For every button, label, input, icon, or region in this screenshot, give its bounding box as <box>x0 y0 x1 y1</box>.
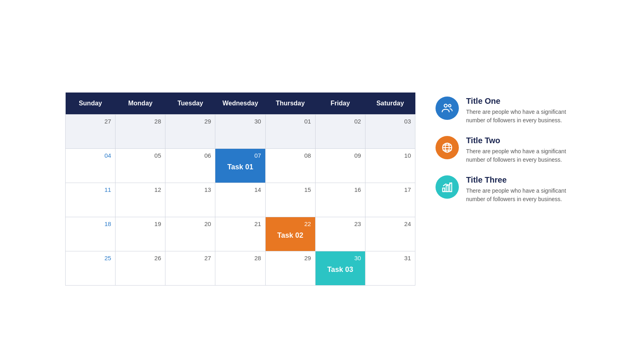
calendar-row-1: 04050607Task 01080910 <box>66 149 415 183</box>
calendar-cell: 20 <box>165 217 215 251</box>
chart-icon <box>436 175 459 199</box>
calendar-cell: 17 <box>365 183 415 217</box>
date-number: 15 <box>270 186 311 193</box>
calendar-header-friday: Friday <box>315 93 365 115</box>
task-label: Task 01 <box>219 163 261 171</box>
date-number: 24 <box>369 220 411 227</box>
calendar-header-wednesday: Wednesday <box>215 93 265 115</box>
date-number: 23 <box>320 220 361 227</box>
date-number: 29 <box>169 118 211 125</box>
calendar-header-saturday: Saturday <box>365 93 415 115</box>
date-number: 08 <box>270 152 311 159</box>
date-number: 26 <box>120 255 161 261</box>
calendar-cell: 01 <box>265 115 315 149</box>
calendar-cell: 03 <box>365 115 415 149</box>
sidebar-desc-three: There are people who have a significant … <box>466 187 579 204</box>
main-content: SundayMondayTuesdayWednesdayThursdayFrid… <box>65 93 579 286</box>
calendar-row-4: 252627282930Task 0331 <box>66 251 415 286</box>
date-number: 27 <box>169 255 211 261</box>
date-number: 13 <box>169 186 211 193</box>
calendar-cell: 10 <box>365 149 415 183</box>
date-number: 18 <box>70 220 111 227</box>
date-number: 09 <box>320 152 361 159</box>
sidebar-desc-two: There are people who have a significant … <box>466 147 579 164</box>
sidebar-title-three: Title Three <box>466 175 579 185</box>
date-number: 07 <box>219 152 261 159</box>
calendar-cell: 15 <box>265 183 315 217</box>
date-number: 31 <box>369 255 411 261</box>
date-number: 03 <box>369 118 411 125</box>
date-number: 02 <box>320 118 361 125</box>
calendar-cell: 28 <box>116 115 165 149</box>
calendar-cell: 18 <box>66 217 116 251</box>
date-number: 30 <box>219 118 261 125</box>
calendar-cell: 12 <box>116 183 165 217</box>
task-label: Task 02 <box>270 231 311 240</box>
calendar-header-sunday: Sunday <box>66 93 116 115</box>
people-icon <box>436 97 459 120</box>
date-number: 17 <box>369 186 411 193</box>
sidebar-text-one: Title OneThere are people who have a sig… <box>466 97 579 125</box>
calendar-cell: 21 <box>215 217 265 251</box>
calendar-cell: 23 <box>315 217 365 251</box>
task-label: Task 03 <box>320 265 361 274</box>
calendar-cell: 14 <box>215 183 265 217</box>
date-number: 16 <box>320 186 361 193</box>
calendar-cell: 19 <box>116 217 165 251</box>
calendar-cell: 04 <box>66 149 116 183</box>
calendar-cell: 22Task 02 <box>265 217 315 251</box>
svg-rect-7 <box>443 188 445 192</box>
calendar-cell: 06 <box>165 149 215 183</box>
globe-icon <box>436 136 459 159</box>
sidebar-title-one: Title One <box>466 97 579 106</box>
sidebar-text-three: Title ThreeThere are people who have a s… <box>466 175 579 204</box>
calendar-cell: 30 <box>215 115 265 149</box>
sidebar-item-two: Title TwoThere are people who have a sig… <box>436 136 579 164</box>
calendar-header-monday: Monday <box>116 93 165 115</box>
calendar-row-3: 1819202122Task 022324 <box>66 217 415 251</box>
calendar-cell: 29 <box>265 251 315 286</box>
calendar-cell: 02 <box>315 115 365 149</box>
sidebar-item-one: Title OneThere are people who have a sig… <box>436 97 579 125</box>
date-number: 14 <box>219 186 261 193</box>
date-number: 27 <box>70 118 111 125</box>
date-number: 22 <box>270 220 311 227</box>
calendar-cell: 13 <box>165 183 215 217</box>
calendar-cell: 29 <box>165 115 215 149</box>
calendar-header-tuesday: Tuesday <box>165 93 215 115</box>
calendar-cell: 16 <box>315 183 365 217</box>
sidebar-text-two: Title TwoThere are people who have a sig… <box>466 136 579 164</box>
svg-point-1 <box>448 105 451 107</box>
date-number: 30 <box>320 255 361 261</box>
calendar-cell: 05 <box>116 149 165 183</box>
calendar-cell: 25 <box>66 251 116 286</box>
date-number: 01 <box>270 118 311 125</box>
calendar-cell: 27 <box>66 115 116 149</box>
calendar-cell: 07Task 01 <box>215 149 265 183</box>
calendar-cell: 27 <box>165 251 215 286</box>
date-number: 21 <box>219 220 261 227</box>
svg-rect-8 <box>446 185 448 191</box>
date-number: 10 <box>369 152 411 159</box>
date-number: 05 <box>120 152 161 159</box>
calendar-cell: 30Task 03 <box>315 251 365 286</box>
date-number: 12 <box>120 186 161 193</box>
calendar-cell: 24 <box>365 217 415 251</box>
sidebar: Title OneThere are people who have a sig… <box>436 97 579 204</box>
date-number: 11 <box>70 186 111 193</box>
date-number: 29 <box>270 255 311 261</box>
sidebar-item-three: Title ThreeThere are people who have a s… <box>436 175 579 204</box>
date-number: 25 <box>70 255 111 261</box>
date-number: 28 <box>120 118 161 125</box>
calendar-header-thursday: Thursday <box>265 93 315 115</box>
calendar-table: SundayMondayTuesdayWednesdayThursdayFrid… <box>65 93 415 286</box>
calendar-row-2: 11121314151617 <box>66 183 415 217</box>
calendar-cell: 26 <box>116 251 165 286</box>
date-number: 20 <box>169 220 211 227</box>
calendar-cell: 11 <box>66 183 116 217</box>
sidebar-title-two: Title Two <box>466 136 579 145</box>
date-number: 28 <box>219 255 261 261</box>
calendar-cell: 09 <box>315 149 365 183</box>
sidebar-desc-one: There are people who have a significant … <box>466 108 579 125</box>
calendar-row-0: 27282930010203 <box>66 115 415 149</box>
